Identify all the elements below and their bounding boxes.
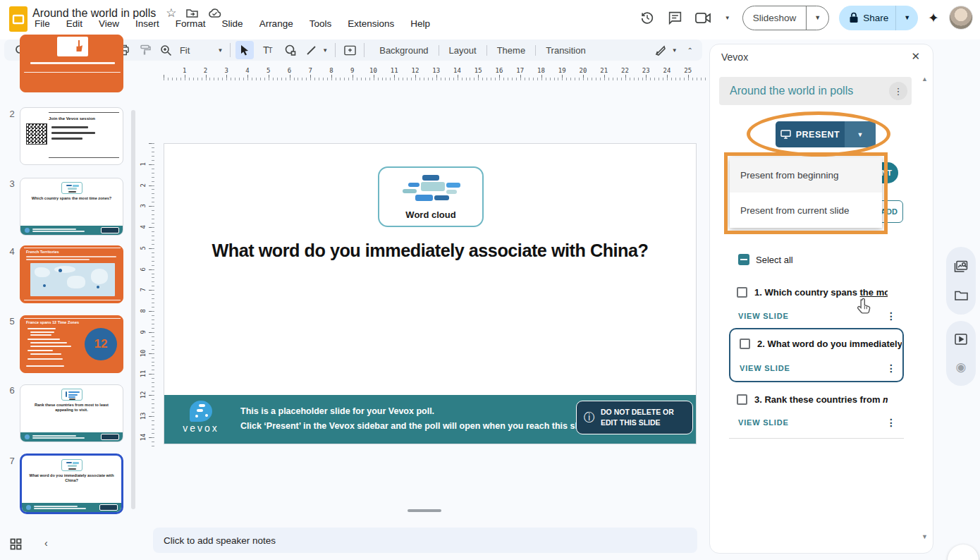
menu-item[interactable]: File [33,17,51,30]
paint-format-icon[interactable] [136,41,154,59]
zoom-level-select[interactable]: Fit [176,45,195,56]
twelve-circle: 12 [85,328,117,360]
present-button[interactable]: PRESENT [776,121,845,147]
collapse-filmstrip-icon[interactable]: ‹ [44,537,48,549]
lock-icon [839,12,859,23]
comments-icon[interactable] [666,8,685,27]
select-tool[interactable] [235,41,254,59]
menu-item[interactable]: Slide [221,17,245,30]
slides-logo[interactable] [8,6,28,32]
corner-floating-button[interactable] [948,544,979,560]
slide-thumbnail-6[interactable]: Rank these countries from most to least … [20,384,123,442]
slideshow-split-button: Slideshow ▼ [742,6,829,30]
menu-item[interactable]: Extensions [346,17,396,30]
close-sidebar-icon[interactable]: ✕ [911,50,920,63]
account-avatar[interactable] [949,6,973,30]
folder-icon[interactable] [952,286,970,304]
indeterminate-checkbox-icon[interactable] [738,254,749,265]
version-history-icon[interactable] [638,8,656,27]
slide-thumbnail-4[interactable]: French Territories [20,245,123,303]
question-1-kebab-icon[interactable]: ⋮ [886,310,896,322]
view-slide-link-3[interactable]: VIEW SLIDE [738,418,789,427]
question-3-kebab-icon[interactable]: ⋮ [886,417,896,428]
toolbar-text-button[interactable]: Theme [486,45,535,56]
toolbar-text-button[interactable]: Background [369,45,438,56]
select-all-checkbox[interactable]: Select all [738,254,793,265]
info-icon: ⓘ [584,410,595,425]
view-slide-link-1[interactable]: VIEW SLIDE [738,312,789,320]
image-search-icon[interactable] [952,257,970,276]
speaker-notes-input[interactable]: Click to add speaker notes [153,528,697,553]
session-kebab-icon[interactable]: ⋮ [889,82,907,100]
meet-caret[interactable]: ▼ [723,15,733,21]
record-icon[interactable]: ◉ [952,358,970,377]
present-caret[interactable]: ▼ [845,121,876,147]
question-2-kebab-icon[interactable]: ⋮ [886,363,896,374]
sidebar-title: Vevox [721,51,748,63]
title-bar: Around the world in polls ☆ FileEditView… [0,0,980,39]
question-2-checkbox[interactable] [740,339,750,349]
shape-tool[interactable] [281,41,299,59]
footer-placeholder-text: This is a placeholder slide for your Vev… [240,404,592,433]
qr-code [26,123,47,145]
slide-number: 7 [6,456,18,466]
sidebar-scroll-down-icon[interactable]: ▼ [921,533,928,540]
question-3-checkbox[interactable] [737,394,747,405]
menu-item[interactable]: Help [409,17,431,30]
slide-canvas: 1234567891011121314151617181920212223242… [137,62,709,525]
question-1-checkbox[interactable] [737,287,747,298]
present-dropdown-menu: Present from beginning Present from curr… [730,157,882,228]
menu-item[interactable]: Arrange [258,17,295,30]
question-3-text: 3. Rank these countries from most [754,394,888,405]
slide-thumbnail-7-selected[interactable]: What word do you immediately associate w… [20,454,123,514]
slide-thumbnail-5[interactable]: France spans 12 Time Zones 12 [20,315,123,373]
share-button[interactable]: Share [859,13,895,23]
gemini-icon[interactable]: ✦ [928,10,939,26]
slideshow-caret[interactable]: ▼ [807,14,828,21]
insert-image-icon[interactable] [341,41,359,59]
menu-bar: FileEditViewInsertFormatSlideArrangeTool… [33,17,431,30]
menu-item[interactable]: Edit [65,17,84,30]
collapse-toolbar-icon[interactable]: ⌃ [685,47,695,54]
thumb-title: What word do you immediately associate w… [22,473,121,483]
thumb-title: Join the Vevox session [49,116,95,121]
zoom-caret[interactable]: ▼ [215,47,225,54]
word-cloud-card[interactable]: Word cloud [378,166,484,227]
zoom-icon[interactable] [157,41,176,59]
word-cloud-graphic [403,175,462,203]
line-tool-caret[interactable]: ▼ [320,47,330,54]
toolbar-text-button[interactable]: Layout [439,45,486,56]
slide-question-title[interactable]: What word do you immediately associate w… [172,240,687,262]
menu-item[interactable]: Tools [308,17,333,30]
slideshow-button[interactable]: Slideshow [743,13,807,23]
meet-camera-icon[interactable] [694,8,713,27]
slide-footer-band[interactable]: vevox This is a placeholder slide for yo… [164,395,696,444]
menu-item-present-from-beginning[interactable]: Present from beginning [730,157,882,193]
menu-item[interactable]: View [97,17,121,30]
notes-resize-handle[interactable] [408,509,441,512]
view-slide-link-2[interactable]: VIEW SLIDE [740,364,790,372]
share-split-button: Share ▼ [839,6,918,30]
grid-view-icon[interactable] [10,538,22,553]
pen-tool-icon[interactable] [651,41,670,59]
current-slide[interactable]: Word cloud What word do you immediately … [164,143,697,444]
text-box-tool[interactable]: TT [258,41,276,59]
line-tool[interactable] [302,41,320,59]
menu-item-present-from-current-slide[interactable]: Present from current slide [730,193,882,228]
slide-thumbnail-3[interactable]: Which country spans the most time zones? [20,178,123,236]
menu-item[interactable]: Format [174,17,207,30]
slide-thumbnail-2[interactable]: Join the Vevox session [20,107,123,165]
pen-tool-caret[interactable]: ▼ [670,47,680,54]
toolbar-text-button[interactable]: Transition [535,45,596,56]
session-title: Around the world in polls [719,85,889,97]
play-slide-icon[interactable] [952,330,970,348]
slide-number: 5 [6,316,18,327]
share-caret[interactable]: ▼ [896,14,918,21]
slide-thumbnail-1[interactable] [20,35,123,92]
question-row-1: 1. Which country spans the most ti [737,287,888,298]
sidebar-scroll-up-icon[interactable]: ▲ [921,75,928,83]
question-2-selected-card[interactable] [729,328,904,382]
slide-number: 6 [6,385,18,396]
menu-item[interactable]: Insert [134,17,161,30]
mouse-hand-cursor [855,297,873,319]
